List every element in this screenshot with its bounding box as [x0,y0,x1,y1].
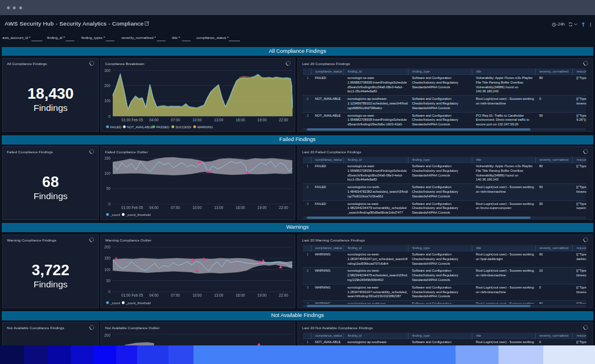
svg-text:50: 50 [106,279,111,283]
svg-text:200: 200 [104,84,110,88]
svg-text:07:00: 07:00 [171,206,180,210]
svg-text:300: 300 [104,69,110,73]
svg-text:22:00: 22:00 [279,118,288,122]
svg-text:150: 150 [104,156,110,160]
svg-text:16:00: 16:00 [236,206,245,210]
svg-text:13:00: 13:00 [214,293,224,297]
svg-text:0: 0 [108,290,110,294]
svg-text:04:00: 04:00 [149,206,159,210]
svg-text:13:00: 13:00 [214,206,224,210]
svg-text:_count_threshold: _count_threshold [126,213,151,217]
svg-text:16:00: 16:00 [236,293,245,297]
svg-text:13:00: 13:00 [214,118,224,122]
svg-text:01:00 Feb 05: 01:00 Feb 05 [121,293,144,297]
svg-text:100: 100 [104,171,110,175]
svg-text:200: 200 [104,245,110,249]
svg-text:100: 100 [104,99,110,103]
svg-text:22:00: 22:00 [279,293,288,297]
svg-text:_count_threshold: _count_threshold [126,301,151,305]
svg-text:150: 150 [104,256,110,260]
svg-text:01:00 Feb 05: 01:00 Feb 05 [121,118,144,122]
svg-text:07:00: 07:00 [171,118,180,122]
svg-text:WARNING: WARNING [198,125,213,129]
svg-text:07:00: 07:00 [171,293,180,297]
svg-text:FAILED: FAILED [110,125,121,129]
svg-text:PASSED: PASSED [156,125,169,129]
svg-text:0: 0 [108,202,110,206]
svg-text:19:00: 19:00 [257,293,267,297]
svg-text:10:00: 10:00 [192,293,202,297]
svg-text:04:00: 04:00 [149,118,159,122]
svg-text:22:00: 22:00 [279,206,288,210]
svg-text:0: 0 [108,114,110,118]
svg-text:_count: _count [110,213,120,217]
svg-text:200: 200 [104,333,110,337]
svg-text:16:00: 16:00 [236,118,245,122]
svg-text:10:00: 10:00 [192,118,202,122]
svg-text:_count: _count [110,301,120,305]
svg-text:NOT_AVAILABLE: NOT_AVAILABLE [127,125,153,129]
svg-text:01:00 Feb 05: 01:00 Feb 05 [121,206,144,210]
svg-text:04:00: 04:00 [149,293,159,297]
svg-text:19:00: 19:00 [257,118,267,122]
svg-text:50: 50 [106,186,111,190]
svg-text:19:00: 19:00 [257,206,267,210]
svg-text:100: 100 [104,268,110,272]
svg-text:SUCCESS: SUCCESS [175,125,191,129]
svg-text:10:00: 10:00 [192,206,202,210]
